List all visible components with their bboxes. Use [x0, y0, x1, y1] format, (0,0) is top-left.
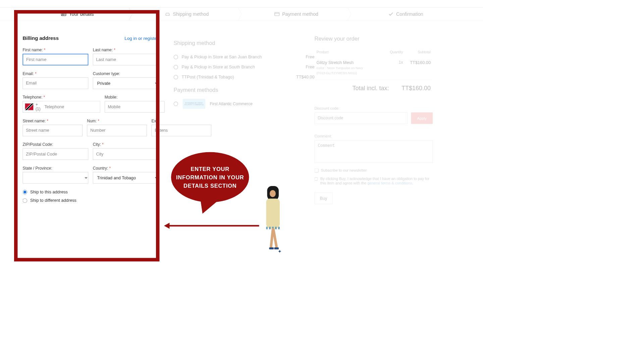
radio-icon [174, 65, 178, 70]
instruction-annotation: ENTER YOUR INFORMATION IN YOUR DETAILS S… [171, 152, 249, 202]
product-variant: Color : Neon Turquoise on Navy [317, 66, 381, 70]
shipping-option[interactable]: TTPost (Trinidad & Tobago) TT$40.00 [174, 72, 315, 82]
ship-same-radio[interactable]: Ship to this address [23, 190, 159, 195]
street-label: Street name: * [23, 119, 83, 123]
state-label: State / Province: [23, 166, 89, 171]
customer-type-label: Customer type: [93, 71, 159, 76]
step-payment-method[interactable]: Payment method [241, 8, 351, 21]
apply-button[interactable]: Apply [411, 112, 433, 124]
country-select[interactable]: Trinidad and Tobago [93, 172, 159, 184]
payment-option[interactable]: POWERED BY FIRST ATLANTIC COMMERCE First… [174, 99, 315, 109]
first-name-input[interactable] [23, 54, 89, 66]
svg-point-1 [62, 13, 63, 14]
product-subtotal: TT$160.00 [403, 60, 431, 75]
last-name-input[interactable] [93, 54, 159, 66]
tel-prefix: + (1) [36, 102, 42, 111]
email-input[interactable] [23, 77, 89, 89]
zip-label: ZIP/Postal Code: [23, 142, 89, 147]
ship-same-radio-input[interactable] [23, 190, 28, 194]
radio-icon [174, 75, 178, 80]
payment-methods-title: Payment methods [174, 87, 315, 94]
order-review: Review your order Product Quantity Subto… [315, 36, 433, 207]
ship-diff-radio-input[interactable] [23, 198, 28, 203]
speech-bubble: ENTER YOUR INFORMATION IN YOUR DETAILS S… [171, 152, 249, 202]
state-select[interactable] [23, 172, 89, 184]
street-input[interactable] [23, 125, 83, 136]
step-label: Payment method [282, 11, 318, 17]
step-label: Your details [69, 11, 94, 17]
city-label: City: * [93, 142, 159, 147]
mobile-label: Mobile: [105, 95, 165, 100]
last-name-label: Last name: * [93, 48, 159, 53]
step-shipping-method[interactable]: Shipping method [132, 8, 241, 21]
telephone-label: Telephone: * [23, 95, 100, 100]
radio-icon [174, 55, 178, 60]
city-input[interactable] [93, 148, 159, 160]
ship-diff-radio[interactable]: Ship to different address [23, 198, 159, 203]
review-title: Review your order [315, 36, 433, 42]
billing-title: Billing address [23, 36, 59, 41]
check-icon [388, 11, 394, 17]
id-card-icon [61, 11, 67, 17]
order-total: Total incl. tax: TT$160.00 [315, 80, 433, 96]
newsletter-checkbox[interactable]: Subscribe to our newsletter [315, 168, 433, 173]
checkout-steps: Your details Shipping method Payment met… [0, 8, 483, 21]
customer-type-select[interactable]: Private [93, 77, 159, 89]
svg-point-5 [168, 15, 169, 15]
flag-trinidad-icon[interactable] [25, 103, 34, 110]
telephone-input-group[interactable]: + (1) [23, 101, 100, 113]
num-label: Num: * [87, 119, 147, 123]
num-input[interactable] [87, 125, 147, 136]
product-name: Glitzy Stretch Mesh [317, 60, 381, 65]
zip-input[interactable] [23, 148, 89, 160]
terms-checkbox[interactable]: By clicking Buy, I acknowledge that I ha… [315, 177, 433, 185]
step-confirmation[interactable]: Confirmation [351, 8, 460, 21]
arrow-left-icon [169, 225, 259, 227]
buy-button[interactable]: Buy [315, 193, 333, 204]
terms-link[interactable]: general terms & conditions [367, 181, 412, 185]
step-label: Confirmation [396, 11, 423, 17]
svg-point-4 [166, 15, 167, 15]
product-qty: 1x [380, 60, 403, 75]
step-label: Shipping method [173, 11, 209, 17]
review-line-item: Glitzy Stretch Mesh Color : Neon Turquoi… [315, 57, 433, 80]
first-atlantic-badge-icon: POWERED BY FIRST ATLANTIC COMMERCE [183, 99, 206, 109]
email-label: Email: * [23, 71, 89, 76]
telephone-input[interactable] [42, 101, 100, 112]
discount-label: Discount code: [315, 106, 433, 111]
product-sku: (F013-GLITZYMESH-N011) [317, 71, 381, 75]
country-label: Country: * [93, 166, 159, 171]
review-table-header: Product Quantity Subtotal [315, 48, 433, 57]
comment-label: Comment: [315, 134, 433, 138]
car-icon [165, 11, 170, 17]
mobile-input[interactable] [105, 101, 165, 113]
credit-card-icon [274, 11, 280, 17]
first-name-label: First name: * [23, 48, 89, 53]
svg-rect-6 [275, 12, 279, 16]
login-register-link[interactable]: Log in or register [124, 36, 158, 41]
radio-icon [174, 102, 178, 106]
person-illustration-icon: ✦ [262, 186, 284, 256]
shipping-option[interactable]: Pay & Pickup in Store at South Branch Fr… [174, 62, 315, 72]
shipping-option[interactable]: Pay & Pickup in Store at San Juan Branch… [174, 52, 315, 62]
step-your-details[interactable]: Your details [23, 8, 132, 21]
discount-code-input[interactable] [315, 112, 408, 124]
billing-form: Billing address Log in or register First… [23, 36, 159, 207]
comment-textarea[interactable] [315, 140, 433, 163]
shipping-method-title: Shipping method [174, 40, 315, 47]
